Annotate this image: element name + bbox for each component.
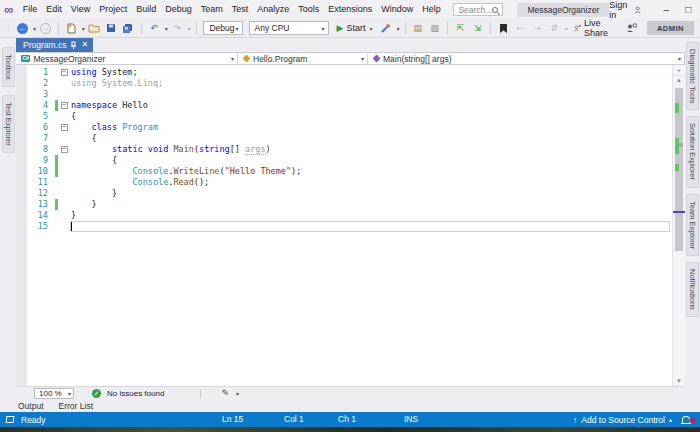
code-line-8[interactable]: 8− static void Main(string[] args) bbox=[27, 144, 672, 155]
vertical-scrollbar[interactable]: + ▲ ▼ bbox=[672, 65, 685, 386]
menu-team[interactable]: Team bbox=[196, 0, 227, 19]
menu-build[interactable]: Build bbox=[132, 0, 161, 19]
code-text[interactable]: { bbox=[70, 133, 672, 144]
undo-dropdown-icon[interactable]: ▾ bbox=[165, 25, 168, 32]
code-line-13[interactable]: 13 } bbox=[27, 199, 672, 210]
code-line-1[interactable]: 1−using System; bbox=[27, 67, 672, 78]
menu-debug[interactable]: Debug bbox=[161, 0, 197, 19]
attach-dropdown-icon[interactable]: ▾ bbox=[396, 25, 399, 32]
close-tab-icon[interactable]: ✕ bbox=[81, 41, 88, 49]
panel-tab-output[interactable]: Output bbox=[18, 401, 44, 411]
side-tab-solution-explorer[interactable]: Solution Explorer bbox=[686, 116, 699, 187]
scroll-up-icon[interactable]: ▲ bbox=[673, 76, 685, 85]
code-line-12[interactable]: 12 } bbox=[27, 188, 672, 199]
scrollbar-track[interactable] bbox=[673, 85, 685, 377]
code-lines[interactable]: 1−using System;2using System.Linq;34−nam… bbox=[27, 65, 672, 386]
solution-configuration-dropdown[interactable]: Debug ▾ bbox=[203, 21, 242, 35]
code-line-15[interactable]: 15 bbox=[27, 221, 672, 232]
add-to-source-control-button[interactable]: ↑ Add to Source Control ▴ bbox=[573, 415, 672, 425]
code-line-10[interactable]: 10 Console.WriteLine("Hello Theme"); bbox=[27, 166, 672, 177]
side-tab-toolbox[interactable]: Toolbox bbox=[2, 47, 15, 87]
admin-badge[interactable]: ADMIN bbox=[647, 21, 694, 35]
code-text[interactable]: Console.WriteLine("Hello Theme"); bbox=[70, 166, 672, 177]
member-dropdown[interactable]: Main(string[] args) ▾ bbox=[368, 53, 684, 64]
open-file-button[interactable] bbox=[87, 21, 102, 36]
code-line-5[interactable]: 5{ bbox=[27, 111, 672, 122]
menu-project[interactable]: Project bbox=[95, 0, 132, 19]
collapse-icon[interactable]: − bbox=[61, 69, 68, 76]
new-project-dropdown-icon[interactable]: ▾ bbox=[82, 25, 85, 32]
previous-bookmark-button[interactable]: ⇠ bbox=[513, 21, 528, 36]
start-debugging-button[interactable]: ▶ Start ▾ bbox=[333, 23, 377, 33]
menu-window[interactable]: Window bbox=[377, 0, 418, 19]
save-all-button[interactable] bbox=[121, 21, 136, 36]
undo-button[interactable]: ↶ bbox=[147, 21, 162, 36]
sign-in-button[interactable]: Sign in bbox=[609, 0, 641, 20]
step-over-button[interactable]: ⇲ bbox=[470, 21, 485, 36]
code-text[interactable] bbox=[70, 89, 672, 100]
attach-to-process-button[interactable] bbox=[378, 21, 393, 36]
splitter-handle[interactable]: + bbox=[673, 65, 685, 76]
code-text[interactable]: } bbox=[70, 188, 672, 199]
clear-bookmarks-button[interactable]: ⇵ bbox=[547, 21, 562, 36]
save-button[interactable] bbox=[104, 21, 119, 36]
side-tab-notifications[interactable]: Notifications bbox=[686, 262, 699, 317]
redo-dropdown-icon[interactable]: ▾ bbox=[188, 25, 191, 32]
code-text[interactable]: Console.Read(); bbox=[70, 177, 672, 188]
maximize-button[interactable]: □ bbox=[677, 0, 699, 19]
side-tab-test-explorer[interactable]: Test Explorer bbox=[2, 95, 15, 153]
code-text[interactable]: class Program bbox=[70, 122, 672, 133]
code-line-6[interactable]: 6− class Program bbox=[27, 122, 672, 133]
bookmark-dropdown-icon[interactable]: ▾ bbox=[565, 25, 568, 32]
toolbar-grip[interactable]: ⋮ bbox=[4, 24, 11, 33]
code-line-11[interactable]: 11 Console.Read(); bbox=[27, 177, 672, 188]
code-cleanup-dropdown-icon[interactable]: ▾ bbox=[236, 390, 239, 397]
search-icon[interactable] bbox=[492, 7, 498, 13]
code-text[interactable]: namespace Hello bbox=[70, 100, 672, 111]
side-tab-diagnostic-tools[interactable]: Diagnostic Tools bbox=[686, 42, 699, 110]
menu-extensions[interactable]: Extensions bbox=[324, 0, 377, 19]
preview-changes-button[interactable]: ▧ bbox=[427, 21, 442, 36]
pin-icon[interactable] bbox=[70, 41, 77, 50]
collapse-icon[interactable]: − bbox=[61, 124, 68, 131]
breakpoint-margin[interactable] bbox=[16, 65, 27, 386]
code-text[interactable]: } bbox=[70, 210, 672, 221]
code-text[interactable]: } bbox=[70, 199, 672, 210]
code-text[interactable] bbox=[70, 221, 670, 232]
navigate-backward-button[interactable]: ← bbox=[15, 21, 30, 36]
code-text[interactable]: { bbox=[70, 111, 672, 122]
notifications-button[interactable] bbox=[682, 414, 694, 426]
show-next-statement-button[interactable]: ▤ bbox=[410, 21, 425, 36]
side-tab-team-explorer[interactable]: Team Explorer bbox=[686, 194, 699, 256]
code-line-3[interactable]: 3 bbox=[27, 89, 672, 100]
code-text[interactable]: static void Main(string[] args) bbox=[70, 144, 672, 155]
background-tasks-icon[interactable] bbox=[6, 416, 15, 423]
code-text[interactable]: using System; bbox=[70, 67, 672, 78]
code-line-7[interactable]: 7 { bbox=[27, 133, 672, 144]
redo-button[interactable]: ↷ bbox=[170, 21, 185, 36]
live-share-button[interactable]: Live Share bbox=[570, 18, 616, 38]
toggle-bookmark-button[interactable] bbox=[496, 21, 511, 36]
code-text[interactable]: using System.Linq; bbox=[70, 78, 672, 89]
next-bookmark-button[interactable]: ⇢ bbox=[530, 21, 545, 36]
type-dropdown[interactable]: Hello.Program ▾ bbox=[238, 53, 368, 64]
code-text[interactable]: { bbox=[70, 155, 672, 166]
menu-analyze[interactable]: Analyze bbox=[253, 0, 294, 19]
minimize-button[interactable]: – bbox=[655, 0, 677, 19]
panel-tab-error-list[interactable]: Error List bbox=[59, 401, 93, 411]
step-into-button[interactable]: ⇱ bbox=[453, 21, 468, 36]
zoom-level-dropdown[interactable]: 100 % ▾ bbox=[34, 388, 74, 399]
code-line-9[interactable]: 9 { bbox=[27, 155, 672, 166]
menu-file[interactable]: File bbox=[18, 0, 42, 19]
navigate-back-dropdown-icon[interactable]: ▾ bbox=[33, 25, 36, 32]
tab-program-cs[interactable]: Program.cs ✕ bbox=[16, 38, 93, 52]
navigate-forward-button[interactable]: → bbox=[38, 21, 53, 36]
code-line-4[interactable]: 4−namespace Hello bbox=[27, 100, 672, 111]
feedback-button[interactable] bbox=[624, 21, 639, 36]
project-dropdown[interactable]: C# MessageOrganizer ▾ bbox=[16, 53, 238, 64]
menu-view[interactable]: View bbox=[66, 0, 94, 19]
menu-tools[interactable]: Tools bbox=[294, 0, 324, 19]
search-input[interactable]: Search... bbox=[453, 3, 503, 16]
code-line-2[interactable]: 2using System.Linq; bbox=[27, 78, 672, 89]
menu-test[interactable]: Test bbox=[227, 0, 253, 19]
